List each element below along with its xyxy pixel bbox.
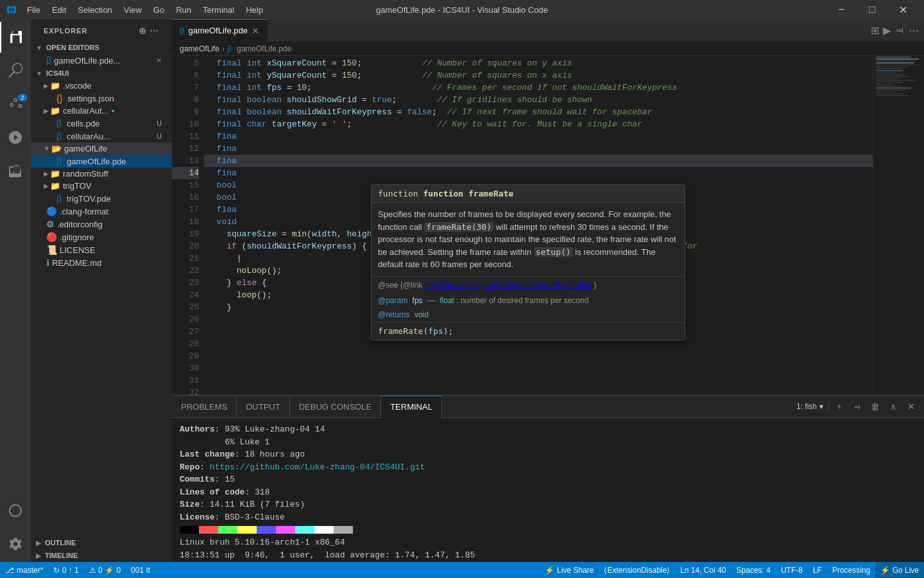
tooltip-see-close: } xyxy=(594,281,597,290)
tooltip-returns-label: @returns xyxy=(378,310,410,319)
timeline-label: TIMELINE xyxy=(45,552,78,559)
menu-go[interactable]: Go xyxy=(148,3,169,17)
menu-terminal[interactable]: Terminal xyxy=(198,3,239,17)
folder-vscode[interactable]: ▶ 📁 .vscode xyxy=(31,80,172,92)
tooltip-returns: @returns void xyxy=(372,309,685,322)
status-errors[interactable]: ⚠ 0 ⚡ 0 xyxy=(84,562,126,578)
tab-terminal[interactable]: TERMINAL xyxy=(381,396,442,418)
close-icon[interactable]: ✕ xyxy=(156,57,167,65)
close-panel-button[interactable]: ✕ xyxy=(903,399,919,414)
tab-gameoflife[interactable]: β gameOfLife.pde ✕ xyxy=(172,19,268,41)
open-editors-header[interactable]: ▼ OPEN EDITORS xyxy=(31,41,172,54)
terminal-content[interactable]: Authors: 93% Luke-zhang-04 14 6% Luke 1 … xyxy=(172,418,924,562)
status-line-col-short[interactable]: 001 It xyxy=(126,562,155,578)
activity-settings[interactable] xyxy=(0,529,31,559)
file-readme[interactable]: ℹ README.md xyxy=(31,256,172,269)
activity-extensions[interactable] xyxy=(0,155,31,186)
menu-view[interactable]: View xyxy=(119,3,147,17)
menu-edit[interactable]: Edit xyxy=(47,3,71,17)
timeline-header[interactable]: ▶ TIMELINE xyxy=(31,549,172,562)
status-encoding[interactable]: UTF-8 xyxy=(776,562,808,578)
line-numbers: 5 6 7 8 9 10 11 12 13 14 15 16 17 18 19 … xyxy=(172,56,204,395)
maximize-button[interactable]: □ xyxy=(857,0,887,19)
ics4ui-header[interactable]: ▼ ICS4UI xyxy=(31,67,172,80)
menu-selection[interactable]: Selection xyxy=(73,3,117,17)
activity-source-control[interactable]: 2 xyxy=(0,89,31,119)
activity-remote[interactable] xyxy=(0,495,31,526)
terminal-shell-selector[interactable]: 1: fish ▾ xyxy=(791,402,829,411)
cells-pde-label: cells.pde xyxy=(67,119,99,128)
activity-run[interactable] xyxy=(0,122,31,153)
toggle-layout-icon[interactable]: ⊞ xyxy=(871,24,879,37)
split-icon[interactable]: ⫤ xyxy=(894,24,905,36)
status-extension-disable[interactable]: ⟨ExtensionDisable⟩ xyxy=(599,562,675,578)
code-line: final char targetKey = ' '; // Key to wa… xyxy=(204,118,873,130)
file-license[interactable]: 📜 LICENSE xyxy=(31,243,172,256)
file-settings-json[interactable]: {} settings.json xyxy=(31,92,172,105)
menu-run[interactable]: Run xyxy=(171,3,196,17)
run-icon[interactable]: ▶ xyxy=(883,24,891,37)
tooltip-code1: frameRate(30) xyxy=(424,222,493,232)
file-cellularau-pde[interactable]: β cellularAu... U xyxy=(31,130,172,143)
status-branch[interactable]: ⎇ master* xyxy=(0,562,48,578)
folder-icon: 📂 xyxy=(51,144,62,153)
outline-label: OUTLINE xyxy=(45,539,76,547)
status-live-share[interactable]: ⚡ Live Share xyxy=(540,562,599,578)
code-line: final int fps = 10; // Frames per second… xyxy=(204,82,873,94)
folder-cellularaut[interactable]: ▶ 📁 cellularAut... ● xyxy=(31,105,172,117)
editor-content[interactable]: 5 6 7 8 9 10 11 12 13 14 15 16 17 18 19 … xyxy=(172,56,924,395)
tab-debug-console[interactable]: DEBUG CONSOLE xyxy=(290,396,381,418)
menu-help[interactable]: Help xyxy=(241,3,268,17)
status-eol[interactable]: LF xyxy=(808,562,827,578)
file-cells-pde[interactable]: β cells.pde U xyxy=(31,117,172,130)
close-button[interactable]: ✕ xyxy=(888,0,918,19)
file-trigtov-pde[interactable]: β trigTOV.pde xyxy=(31,192,172,205)
line-col-short-label: 001 It xyxy=(131,566,150,575)
tab-problems[interactable]: PROBLEMS xyxy=(172,396,237,418)
chevron-up-icon[interactable]: ∧ xyxy=(886,399,901,414)
menu-file[interactable]: File xyxy=(22,3,46,17)
chevron-down-icon: ▾ xyxy=(819,402,823,411)
split-terminal-button[interactable]: ⫤ xyxy=(850,399,865,414)
breadcrumb: gameOfLife › β gameOfLife.pde xyxy=(172,42,924,56)
cellularau-label: cellularAu... xyxy=(67,132,110,141)
folder-icon: 📁 xyxy=(50,169,60,179)
breadcrumb-folder[interactable]: gameOfLife xyxy=(180,44,219,53)
file-clang-format[interactable]: 🔵 .clang-format xyxy=(31,205,172,218)
more-icon[interactable]: ⋯ xyxy=(909,24,919,37)
new-terminal-button[interactable]: ＋ xyxy=(832,399,847,414)
tooltip-param-label: @param xyxy=(378,296,407,305)
folder-vscode-label: .vscode xyxy=(63,81,92,91)
new-file-icon[interactable]: ⊕ xyxy=(139,26,147,36)
terminal-time: 18:13:51 up 9:46, 1 user, load average: … xyxy=(180,549,916,562)
spaces-label: Spaces: 4 xyxy=(737,566,771,575)
tooltip-see-link[interactable]: https://processing.org/reference/frameRa… xyxy=(424,281,592,290)
file-gameoflife-pde[interactable]: β gameOfLife.pde xyxy=(31,155,172,168)
open-editor-gameof-life[interactable]: β gameOfLife.pde... ✕ xyxy=(31,54,172,67)
chevron-down-icon: ▼ xyxy=(36,70,42,77)
panel-tabs: PROBLEMS OUTPUT DEBUG CONSOLE TERMINAL 1… xyxy=(172,396,924,418)
more-actions-icon[interactable]: ⋯ xyxy=(150,26,159,36)
kill-terminal-button[interactable]: 🗑 xyxy=(868,399,883,414)
tab-output[interactable]: OUTPUT xyxy=(237,396,289,418)
live-share-label: Live Share xyxy=(557,566,594,575)
ics4ui-label: ICS4UI xyxy=(46,69,69,77)
file-gitignore[interactable]: 🔴 .gitignore xyxy=(31,231,172,243)
breadcrumb-file[interactable]: gameOfLife.pde xyxy=(237,44,291,53)
status-line-col[interactable]: Ln 14, Col 40 xyxy=(675,562,731,578)
folder-randomstuff[interactable]: ▶ 📁 randomStuff xyxy=(31,168,172,180)
minimize-button[interactable]: − xyxy=(826,0,856,19)
status-spaces[interactable]: Spaces: 4 xyxy=(732,562,776,578)
status-language[interactable]: Processing xyxy=(827,562,875,578)
folder-gameoflife-label: gameOfLife xyxy=(64,144,107,153)
folder-trigtov[interactable]: ▶ 📁 trigTOV xyxy=(31,180,172,192)
status-sync[interactable]: ↻ 0 ↑ 1 xyxy=(48,562,83,578)
file-editorconfig[interactable]: ⚙ .editorconfig xyxy=(31,218,172,231)
code-line: final boolean shouldWaitForKeypress = fa… xyxy=(204,106,873,118)
outline-header[interactable]: ▶ OUTLINE xyxy=(31,536,172,549)
tab-close-button[interactable]: ✕ xyxy=(252,26,259,36)
activity-search[interactable] xyxy=(0,55,31,86)
activity-explorer[interactable] xyxy=(0,22,31,53)
folder-gameoflife[interactable]: ▼ 📂 gameOfLife xyxy=(31,143,172,155)
status-go-live[interactable]: ⚡ Go Live xyxy=(875,562,924,578)
